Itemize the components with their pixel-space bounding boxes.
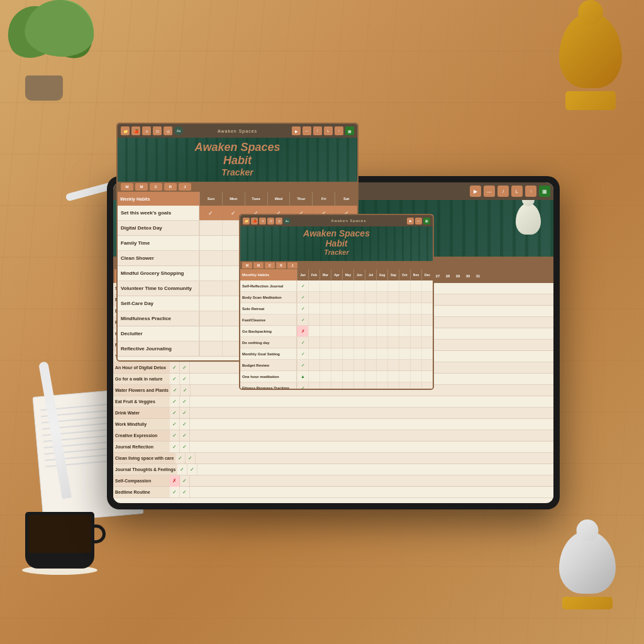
mcell-bud-dec[interactable] <box>421 360 433 370</box>
mcell-bp-aug[interactable] <box>376 326 387 336</box>
mcell-dn-may[interactable] <box>342 337 353 348</box>
mcell-bs-jun[interactable] <box>353 292 365 303</box>
monthly-wmcrj-w[interactable]: W <box>242 262 252 269</box>
weekly-toolbar-icon2[interactable]: 🍎 <box>131 126 140 135</box>
mcell-hm-nov[interactable] <box>410 371 421 382</box>
mcell-fast-may[interactable] <box>342 314 353 325</box>
mcell-hm-feb[interactable] <box>308 371 319 382</box>
habit-check-34[interactable]: ✓ <box>187 464 197 475</box>
mcell-fp-may[interactable] <box>342 382 353 390</box>
mcell-bs-may[interactable] <box>342 292 353 303</box>
habit-check-16[interactable]: ✓ <box>180 362 190 374</box>
habit-check-35[interactable]: ✗ <box>170 475 180 487</box>
habit-check-33[interactable]: ✓ <box>177 464 187 475</box>
mcell-sr-nov[interactable] <box>410 280 421 291</box>
mcell-bud-jul[interactable] <box>365 360 376 370</box>
toolbar-play-icon[interactable]: ▶ <box>470 186 481 197</box>
habit-check-29[interactable]: ✓ <box>170 441 180 453</box>
habit-check-22[interactable]: ✓ <box>180 396 190 408</box>
mcell-bs-jan[interactable]: ✓ <box>297 292 308 303</box>
mcell-fast-jun[interactable] <box>353 314 365 325</box>
mcell-solo-sep[interactable] <box>387 303 399 314</box>
mcell-bs-nov[interactable] <box>410 292 421 303</box>
weekly-toolbar-icon7[interactable]: ▶ <box>292 126 301 135</box>
weekly-wmcrj-c[interactable]: C <box>150 183 162 191</box>
mcell-bp-mar[interactable] <box>319 326 331 336</box>
mcell-sr-dec[interactable] <box>421 280 433 291</box>
mcell-hm-may[interactable] <box>342 371 353 382</box>
habit-check-19[interactable]: ✓ <box>170 385 180 396</box>
mcell-mg-dec[interactable] <box>421 348 433 359</box>
mcell-dn-apr[interactable] <box>331 337 342 348</box>
monthly-wmcrj-c[interactable]: C <box>265 262 275 269</box>
mcell-dn-jun[interactable] <box>353 337 365 348</box>
mcell-solo-oct[interactable] <box>399 303 410 314</box>
weekly-wmcrj-w[interactable]: W <box>121 183 133 191</box>
mcell-fast-jul[interactable] <box>365 314 376 325</box>
mcell-sr-mar[interactable] <box>319 280 331 291</box>
mcell-sr-may[interactable] <box>342 280 353 291</box>
mcell-sr-aug[interactable] <box>376 280 387 291</box>
mcell-fp-apr[interactable] <box>331 382 342 390</box>
toolbar-line-icon[interactable]: — <box>484 186 495 197</box>
weekly-cell-selfcare-sun[interactable] <box>199 296 222 311</box>
mcell-hm-aug[interactable] <box>376 371 387 382</box>
mcell-hm-sep[interactable] <box>387 371 399 382</box>
mcell-bp-dec[interactable] <box>421 326 433 336</box>
toolbar-arrow-icon[interactable]: ↑ <box>525 186 536 197</box>
mcell-bs-dec[interactable] <box>421 292 433 303</box>
mcell-mg-oct[interactable] <box>399 348 410 359</box>
weekly-wmcrj-r[interactable]: R <box>164 183 177 191</box>
toolbar-grid-icon[interactable]: ▦ <box>539 186 550 197</box>
mcell-hm-jun[interactable] <box>353 371 365 382</box>
mcell-sr-jun[interactable] <box>353 280 365 291</box>
monthly-wmcrj-j[interactable]: J <box>287 262 297 269</box>
mcell-bp-jan[interactable]: ✗ <box>297 326 308 336</box>
mcell-hm-mar[interactable] <box>319 371 331 382</box>
weekly-cell-mindfulness-sun[interactable] <box>199 311 222 326</box>
monthly-toolbar[interactable]: 📁 🍎 ⊙ ⊡ ◎ Aa Awaken Spaces ▶ — ▦ <box>240 215 433 226</box>
mcell-fast-nov[interactable] <box>410 314 421 325</box>
mcell-bud-may[interactable] <box>342 360 353 370</box>
mcell-hm-jan[interactable]: ▲ <box>297 371 308 382</box>
habit-check-27[interactable]: ✓ <box>170 430 180 441</box>
mcell-solo-dec[interactable] <box>421 303 433 314</box>
habit-check-36[interactable]: ✓ <box>180 475 190 487</box>
mcell-dn-sep[interactable] <box>387 337 399 348</box>
mcell-mg-feb[interactable] <box>308 348 319 359</box>
monthly-tb-icon9[interactable]: ▦ <box>423 218 430 225</box>
habit-check-31[interactable]: ✓ <box>175 453 186 464</box>
weekly-toolbar-icon10[interactable]: L <box>324 126 333 135</box>
toolbar-slash-icon[interactable]: / <box>497 186 509 197</box>
mcell-bp-oct[interactable] <box>399 326 410 336</box>
weekly-wmcrj-j[interactable]: J <box>179 183 191 191</box>
mcell-fp-dec[interactable] <box>421 382 433 390</box>
mcell-bs-mar[interactable] <box>319 292 331 303</box>
weekly-toolbar-icon3[interactable]: ⊙ <box>142 126 151 135</box>
weekly-cell-detox-sun[interactable] <box>199 221 222 235</box>
weekly-cell-family-sun[interactable] <box>199 236 222 250</box>
weekly-toolbar-icon1[interactable]: 📁 <box>121 126 130 135</box>
mcell-dn-jul[interactable] <box>365 337 376 348</box>
mcell-bud-oct[interactable] <box>399 360 410 370</box>
mcell-dn-mar[interactable] <box>319 337 331 348</box>
mcell-solo-jan[interactable]: ✓ <box>297 303 308 314</box>
mcell-mg-nov[interactable] <box>410 348 421 359</box>
mcell-bud-nov[interactable] <box>410 360 421 370</box>
mcell-fp-oct[interactable] <box>399 382 410 390</box>
weekly-cell-grocery-sun[interactable] <box>199 266 222 280</box>
mcell-solo-jul[interactable] <box>365 303 376 314</box>
weekly-toolbar-icon12[interactable]: ▦ <box>345 126 354 135</box>
mcell-fast-jan[interactable]: ✓ <box>297 314 308 325</box>
mcell-fp-nov[interactable] <box>410 382 421 390</box>
habit-check-25[interactable]: ✓ <box>170 419 180 430</box>
weekly-cell-reflective-sun[interactable] <box>199 341 222 356</box>
mcell-fast-feb[interactable] <box>308 314 319 325</box>
mcell-mg-sep[interactable] <box>387 348 399 359</box>
weekly-cell-shower-sun[interactable] <box>199 251 222 265</box>
monthly-tb-icon3[interactable]: ⊙ <box>259 218 266 225</box>
mcell-solo-nov[interactable] <box>410 303 421 314</box>
weekly-toolbar-icon11[interactable]: ↑ <box>335 126 343 135</box>
mcell-fp-jun[interactable] <box>353 382 365 390</box>
mcell-hm-jul[interactable] <box>365 371 376 382</box>
